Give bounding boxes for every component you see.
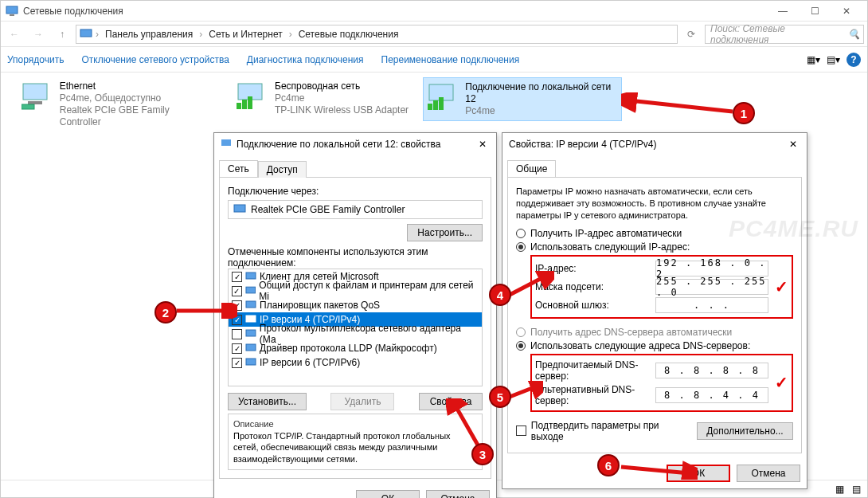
validate-checkbox[interactable] bbox=[516, 425, 526, 436]
chevron-right-icon: › bbox=[199, 29, 202, 40]
crumb-1[interactable]: Панель управления bbox=[102, 29, 196, 40]
radio-use-dns[interactable] bbox=[516, 341, 526, 351]
view-icon[interactable]: ▦ bbox=[835, 484, 844, 495]
check-annotation: ✓ bbox=[775, 373, 788, 392]
cancel-button[interactable]: Отмена bbox=[426, 490, 490, 498]
titlebar: Сетевые подключения — ☐ ✕ bbox=[1, 1, 867, 22]
svg-rect-5 bbox=[22, 104, 34, 109]
crumb-3[interactable]: Сетевые подключения bbox=[295, 29, 402, 40]
organize-menu[interactable]: Упорядочить bbox=[7, 54, 64, 65]
connection-status: Pc4me bbox=[275, 92, 409, 104]
svg-rect-15 bbox=[234, 205, 245, 212]
command-bar: Упорядочить Отключение сетевого устройст… bbox=[1, 47, 867, 73]
view-details-icon[interactable]: ▤▾ bbox=[827, 54, 840, 65]
svg-rect-3 bbox=[23, 84, 47, 100]
connection-lan12[interactable]: Подключение по локальной сети 12 Pc4me bbox=[423, 77, 622, 121]
up-button[interactable]: ↑ bbox=[52, 25, 72, 44]
svg-rect-12 bbox=[433, 100, 438, 110]
disable-device[interactable]: Отключение сетевого устройства bbox=[81, 54, 229, 65]
svg-line-28 bbox=[621, 467, 690, 473]
gateway-input[interactable]: . . . bbox=[655, 297, 768, 313]
configure-button[interactable]: Настроить... bbox=[407, 224, 483, 241]
component-item[interactable]: ✓IP версии 6 (TCP/IPv6) bbox=[229, 355, 482, 370]
svg-rect-9 bbox=[248, 96, 252, 109]
connection-ethernet[interactable]: Ethernet Pc4me, Общедоступно Realtek PCI… bbox=[17, 77, 216, 131]
close-button[interactable]: ✕ bbox=[831, 2, 862, 21]
breadcrumb[interactable]: › Панель управления › Сеть и Интернет › … bbox=[76, 25, 678, 44]
component-item[interactable]: Протокол мультиплексора сетевого адаптер… bbox=[229, 327, 482, 341]
forward-button[interactable]: → bbox=[28, 25, 49, 44]
dns2-label: Альтернативный DNS-сервер: bbox=[535, 384, 651, 406]
component-checkbox[interactable] bbox=[232, 329, 242, 339]
connection-name: Ethernet bbox=[60, 80, 213, 92]
dialog-title: Подключение по локальной сети 12: свойст… bbox=[237, 139, 471, 150]
rename[interactable]: Переименование подключения bbox=[381, 54, 520, 65]
svg-line-26 bbox=[510, 276, 546, 295]
svg-rect-7 bbox=[237, 103, 241, 109]
component-checkbox[interactable]: ✓ bbox=[232, 272, 242, 282]
component-icon bbox=[245, 271, 256, 282]
ip-address-input[interactable]: 192 . 168 . 0 . 2 bbox=[655, 261, 768, 276]
component-item[interactable]: ✓Общий доступ к файлам и принтерам для с… bbox=[229, 284, 482, 298]
search-input[interactable]: Поиск: Сетевые подключения 🔍 bbox=[705, 25, 864, 44]
close-button[interactable]: ✕ bbox=[786, 137, 800, 151]
tab-general[interactable]: Общие bbox=[507, 160, 556, 177]
adapter-icon bbox=[235, 80, 270, 112]
component-icon bbox=[245, 328, 256, 339]
cancel-button[interactable]: Отмена bbox=[737, 465, 800, 482]
svg-rect-19 bbox=[246, 316, 256, 322]
connection-wifi[interactable]: Беспроводная сеть Pc4me TP-LINK Wireless… bbox=[232, 77, 431, 120]
crumb-2[interactable]: Сеть и Интернет bbox=[205, 29, 285, 40]
annotation-2: 2 bbox=[154, 301, 177, 324]
close-button[interactable]: ✕ bbox=[475, 137, 490, 151]
diagnose[interactable]: Диагностика подключения bbox=[247, 54, 364, 65]
component-checkbox[interactable]: ✓ bbox=[232, 343, 242, 354]
ipv4-properties-dialog: Свойства: IP версии 4 (TCP/IPv4) ✕ Общие… bbox=[502, 132, 807, 489]
svg-rect-18 bbox=[246, 301, 256, 308]
radio-auto-ip[interactable] bbox=[516, 229, 526, 238]
use-ip-label: Использовать следующий IP-адрес: bbox=[530, 241, 690, 253]
maximize-button[interactable]: ☐ bbox=[799, 2, 831, 21]
help-button[interactable]: ? bbox=[846, 53, 861, 67]
arrow-5 bbox=[506, 381, 543, 403]
subnet-mask-input[interactable]: 255 . 255 . 255 . 0 bbox=[655, 279, 768, 295]
components-list[interactable]: ✓Клиент для сетей Microsoft✓Общий доступ… bbox=[228, 269, 483, 386]
component-icon bbox=[245, 314, 256, 325]
svg-rect-11 bbox=[428, 104, 432, 110]
refresh-button[interactable]: ⟳ bbox=[681, 25, 702, 44]
install-button[interactable]: Установить... bbox=[228, 393, 307, 410]
dns2-input[interactable]: 8 . 8 . 4 . 4 bbox=[655, 387, 768, 403]
ok-button[interactable]: ОК bbox=[356, 490, 420, 498]
annotation-1: 1 bbox=[733, 102, 755, 124]
radio-use-ip[interactable] bbox=[516, 242, 526, 252]
dialog-titlebar: Подключение по локальной сети 12: свойст… bbox=[214, 133, 496, 155]
annotation-4: 4 bbox=[489, 284, 511, 306]
adapter-icon bbox=[427, 81, 460, 113]
tab-access[interactable]: Доступ bbox=[258, 161, 307, 178]
validate-label: Подтвердить параметры при выходе bbox=[531, 420, 692, 442]
back-button[interactable]: ← bbox=[4, 25, 25, 44]
tab-network[interactable]: Сеть bbox=[219, 160, 258, 177]
component-checkbox[interactable]: ✓ bbox=[232, 358, 242, 368]
minimize-button[interactable]: — bbox=[767, 2, 799, 21]
search-placeholder: Поиск: Сетевые подключения bbox=[710, 23, 846, 45]
adapter-box: Realtek PCIe GBE Family Controller bbox=[228, 200, 483, 219]
components-label: Отмеченные компоненты используются этим … bbox=[228, 246, 483, 269]
component-icon bbox=[245, 285, 256, 296]
component-checkbox[interactable]: ✓ bbox=[232, 286, 242, 296]
dns1-input[interactable]: 8 . 8 . 8 . 8 bbox=[655, 363, 768, 378]
connection-device: TP-LINK Wireless USB Adapter bbox=[275, 104, 409, 116]
advanced-button[interactable]: Дополнительно... bbox=[697, 422, 793, 440]
adapter-icon bbox=[221, 139, 232, 150]
connection-name: Беспроводная сеть bbox=[275, 80, 409, 92]
check-annotation: ✓ bbox=[775, 277, 788, 296]
intro-text: Параметры IP можно назначать автоматичес… bbox=[516, 186, 793, 222]
view-options: ▦▾ ▤▾ ? bbox=[807, 53, 861, 67]
svg-rect-13 bbox=[439, 97, 444, 110]
adapter-icon bbox=[233, 203, 246, 216]
component-label: Драйвер протокола LLDP (Майкрософт) bbox=[260, 343, 437, 354]
view-icon[interactable]: ▤ bbox=[852, 484, 861, 495]
view-large-icon[interactable]: ▦▾ bbox=[807, 54, 820, 65]
svg-rect-8 bbox=[242, 100, 247, 109]
network-icon bbox=[80, 28, 92, 41]
